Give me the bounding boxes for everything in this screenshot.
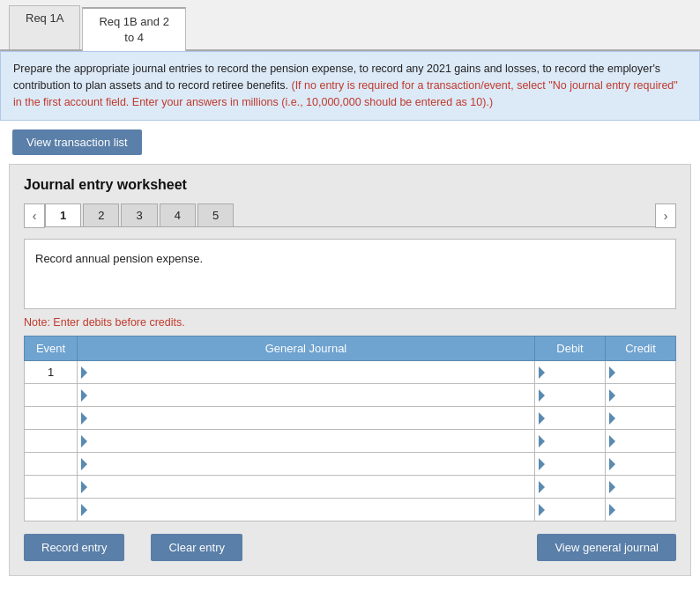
- journal-input-cell[interactable]: [78, 498, 535, 521]
- cell-indicator-icon: [609, 412, 615, 425]
- table-row: [25, 406, 676, 429]
- event-cell: [25, 498, 78, 521]
- table-row: [25, 475, 676, 498]
- event-cell: [25, 429, 78, 452]
- credit-input-cell[interactable]: [606, 498, 676, 521]
- cell-indicator-icon: [539, 435, 545, 447]
- table-row: [25, 452, 676, 475]
- description-box: Record annual pension expense.: [24, 239, 676, 309]
- worksheet-container: Journal entry worksheet ‹ 1 2 3 4 5 › Re…: [9, 164, 691, 576]
- bottom-buttons: Record entry Clear entry View general jo…: [24, 534, 676, 561]
- record-entry-button[interactable]: Record entry: [24, 534, 124, 561]
- debit-input-cell[interactable]: [535, 475, 606, 498]
- cell-indicator-icon: [539, 366, 545, 379]
- debit-input-cell[interactable]: [535, 383, 606, 406]
- clear-entry-button[interactable]: Clear entry: [151, 534, 242, 561]
- description-text: Record annual pension expense.: [35, 252, 203, 265]
- table-row: [25, 383, 676, 406]
- note-text: Note: Enter debits before credits.: [24, 316, 676, 329]
- cell-indicator-icon: [609, 435, 615, 447]
- page-tab-2[interactable]: 2: [83, 203, 119, 226]
- view-transaction-list-button[interactable]: View transaction list: [12, 129, 142, 155]
- col-event: Event: [25, 336, 78, 360]
- credit-input-cell[interactable]: [606, 452, 676, 475]
- table-row: [25, 429, 676, 452]
- cell-indicator-icon: [539, 389, 545, 402]
- debit-input-cell[interactable]: [535, 429, 606, 452]
- cell-indicator-icon: [609, 504, 615, 516]
- page-tab-4[interactable]: 4: [160, 203, 196, 226]
- cell-indicator-icon: [609, 458, 615, 470]
- view-btn-bar: View transaction list: [0, 121, 700, 164]
- next-page-arrow[interactable]: ›: [655, 203, 676, 228]
- debit-input-cell[interactable]: [535, 406, 606, 429]
- page-nav: ‹ 1 2 3 4 5 ›: [24, 203, 676, 228]
- journal-input-cell[interactable]: [78, 452, 535, 475]
- cell-indicator-icon: [81, 366, 87, 379]
- journal-input-cell[interactable]: [78, 360, 535, 383]
- col-debit: Debit: [535, 336, 606, 360]
- page-tabs: 1 2 3 4 5: [45, 203, 655, 227]
- col-general-journal: General Journal: [78, 336, 535, 360]
- debit-input-cell[interactable]: [535, 452, 606, 475]
- journal-input-cell[interactable]: [78, 383, 535, 406]
- cell-indicator-icon: [539, 458, 545, 470]
- table-row: [25, 498, 676, 521]
- debit-input-cell[interactable]: [535, 360, 606, 383]
- worksheet-title: Journal entry worksheet: [24, 177, 676, 193]
- table-row: 1: [25, 360, 676, 383]
- debit-input-cell[interactable]: [535, 498, 606, 521]
- cell-indicator-icon: [81, 481, 87, 493]
- prev-page-arrow[interactable]: ‹: [24, 203, 45, 228]
- cell-indicator-icon: [539, 481, 545, 493]
- event-cell: [25, 452, 78, 475]
- page-tab-5[interactable]: 5: [197, 203, 234, 226]
- journal-table: Event General Journal Debit Credit 1: [24, 336, 676, 521]
- event-cell: 1: [25, 360, 78, 383]
- col-credit: Credit: [606, 336, 676, 360]
- cell-indicator-icon: [609, 389, 615, 402]
- credit-input-cell[interactable]: [606, 406, 676, 429]
- view-general-journal-button[interactable]: View general journal: [537, 534, 676, 561]
- page-tab-1[interactable]: 1: [45, 203, 81, 226]
- journal-input-cell[interactable]: [78, 406, 535, 429]
- credit-input-cell[interactable]: [606, 475, 676, 498]
- cell-indicator-icon: [81, 504, 87, 516]
- cell-indicator-icon: [81, 435, 87, 447]
- page-tab-3[interactable]: 3: [121, 203, 157, 226]
- credit-input-cell[interactable]: [606, 429, 676, 452]
- event-cell: [25, 383, 78, 406]
- journal-input-cell[interactable]: [78, 475, 535, 498]
- cell-indicator-icon: [609, 481, 615, 493]
- tabs-bar: Req 1A Req 1B and 2to 4: [0, 0, 700, 51]
- event-cell: [25, 406, 78, 429]
- tab-req1b-label: Req 1B and 2to 4: [99, 15, 169, 44]
- cell-indicator-icon: [609, 366, 615, 379]
- info-box: Prepare the appropriate journal entries …: [0, 51, 700, 120]
- cell-indicator-icon: [81, 412, 87, 425]
- cell-indicator-icon: [81, 389, 87, 402]
- event-cell: [25, 475, 78, 498]
- credit-input-cell[interactable]: [606, 383, 676, 406]
- cell-indicator-icon: [539, 504, 545, 516]
- journal-input-cell[interactable]: [78, 429, 535, 452]
- tab-req1b2to4[interactable]: Req 1B and 2to 4: [82, 7, 186, 51]
- cell-indicator-icon: [539, 412, 545, 425]
- cell-indicator-icon: [81, 458, 87, 470]
- credit-input-cell[interactable]: [606, 360, 676, 383]
- tab-req1a[interactable]: Req 1A: [9, 5, 80, 49]
